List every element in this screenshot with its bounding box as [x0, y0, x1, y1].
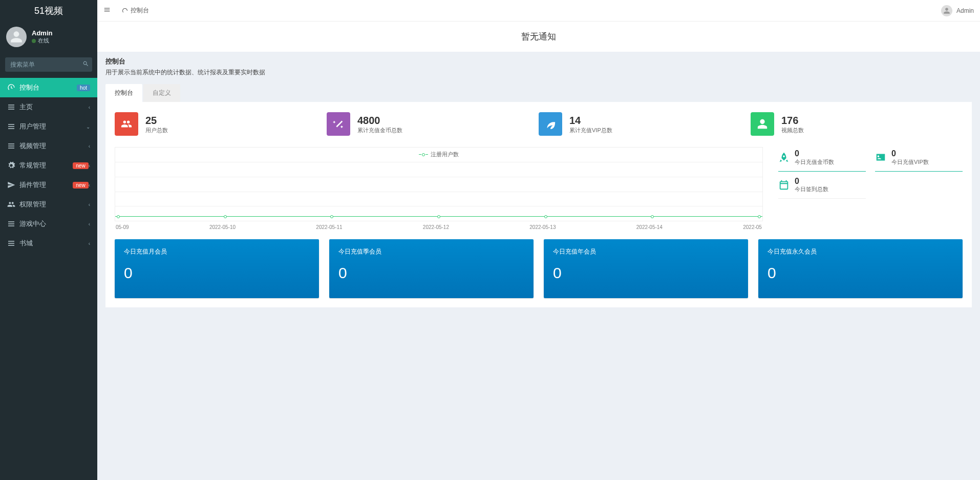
sidebar-item-permissions[interactable]: 权限管理 ‹ — [0, 195, 97, 214]
sidebar-item-users[interactable]: 用户管理 ⌄ — [0, 117, 97, 136]
topbar: 控制台 Admin — [97, 0, 980, 22]
stat-card-users: 25用户总数 — [115, 112, 327, 136]
sidebar-item-games[interactable]: 游戏中心 ‹ — [0, 214, 97, 234]
stat-card-vip: 14累计充值VIP总数 — [539, 112, 751, 136]
search-icon — [82, 60, 89, 67]
user-icon — [943, 7, 950, 14]
user-panel: Admin 在线 — [0, 22, 97, 52]
sidebar-search — [5, 57, 92, 72]
list-icon — [7, 122, 15, 131]
page-title: 控制台 — [105, 57, 972, 66]
badge-hot: hot — [77, 85, 90, 91]
top-username[interactable]: Admin — [956, 7, 974, 14]
chart-legend: 注册用户数 — [419, 151, 459, 158]
breadcrumb-tab[interactable]: 控制台 — [118, 4, 153, 17]
calendar-icon — [778, 179, 790, 191]
status-dot-icon — [32, 39, 36, 43]
dashboard-icon — [122, 8, 128, 14]
chart-area: 注册用户数 — [115, 147, 763, 230]
main: 控制台 Admin 暂无通知 控制台 用于展示当前系统中的统计数据、统计报表及重… — [97, 0, 980, 318]
blue-card-month: 今日充值月会员 0 — [115, 239, 319, 298]
chevron-left-icon: ‹ — [89, 105, 90, 110]
sidebar-item-general[interactable]: 常规管理 new ‹ — [0, 156, 97, 175]
sidebar-item-video[interactable]: 视频管理 ‹ — [0, 136, 97, 156]
hamburger-button[interactable] — [103, 6, 111, 15]
badge-new: new — [73, 182, 88, 189]
avatar[interactable] — [941, 5, 952, 16]
sidebar-item-plugins[interactable]: 插件管理 new ‹ — [0, 175, 97, 195]
chevron-left-icon: ‹ — [89, 163, 90, 169]
idcard-icon — [875, 152, 886, 163]
plane-icon — [7, 181, 15, 189]
badge-new: new — [73, 162, 88, 169]
blue-card-season: 今日充值季会员 0 — [329, 239, 534, 298]
list-icon — [7, 142, 15, 150]
leaf-icon — [539, 112, 562, 136]
blue-card-forever: 今日充值永久会员 0 — [758, 239, 963, 298]
page-description: 控制台 用于展示当前系统中的统计数据、统计报表及重要实时数据 — [97, 52, 980, 84]
app-logo: 51视频 — [0, 0, 97, 22]
tab-custom[interactable]: 自定义 — [143, 84, 180, 102]
avatar — [6, 27, 27, 47]
chart-xaxis: 05-09 2022-05-10 2022-05-11 2022-05-12 2… — [115, 224, 763, 230]
search-input[interactable] — [5, 57, 92, 72]
sidebar-item-dashboard[interactable]: 控制台 hot — [0, 78, 97, 97]
chevron-left-icon: ‹ — [89, 241, 90, 246]
legend-dot-icon — [422, 153, 425, 156]
dashboard-icon — [7, 84, 15, 92]
list-icon — [7, 220, 15, 228]
cogs-icon — [7, 161, 15, 170]
sidebar-nav: 控制台 hot 主页 ‹ 用户管理 ⌄ 视频管理 ‹ 常规管理 new ‹ 插件… — [0, 78, 97, 253]
tab-dashboard[interactable]: 控制台 — [105, 84, 142, 102]
chart-stats-row: 注册用户数 — [115, 147, 963, 230]
chevron-left-icon: ‹ — [89, 202, 90, 207]
notice-bar: 暂无通知 — [97, 22, 980, 52]
sidebar-item-home[interactable]: 主页 ‹ — [0, 97, 97, 117]
tabs: 控制台 自定义 — [105, 84, 972, 102]
blue-cards-row: 今日充值月会员 0 今日充值季会员 0 今日充值年会员 0 今日充值永久会员 0 — [115, 239, 963, 298]
users-icon — [115, 112, 138, 136]
users-icon — [7, 200, 15, 208]
side-stat-vip: 0今日充值VIP数 — [875, 147, 963, 172]
rocket-icon — [778, 152, 790, 163]
user-icon — [751, 112, 774, 136]
search-button[interactable] — [82, 60, 89, 69]
blue-card-year: 今日充值年会员 0 — [544, 239, 748, 298]
stat-card-coins: 4800累计充值金币总数 — [327, 112, 539, 136]
user-status: 在线 — [32, 37, 52, 45]
page-subtitle: 用于展示当前系统中的统计数据、统计报表及重要实时数据 — [105, 68, 972, 77]
magic-icon — [327, 112, 350, 136]
content: 暂无通知 控制台 用于展示当前系统中的统计数据、统计报表及重要实时数据 控制台 … — [97, 22, 980, 318]
sidebar: 51视频 Admin 在线 控制台 hot 主页 ‹ — [0, 0, 97, 318]
menu-icon — [103, 6, 111, 13]
side-stats: 0今日充值金币数 0今日充值VIP数 0今日签到总数 — [778, 147, 963, 230]
list-icon — [7, 103, 15, 111]
side-stat-coins: 0今日充值金币数 — [778, 147, 866, 172]
tab-panel: 25用户总数 4800累计充值金币总数 14累计充值VIP总数 176视频总数 — [105, 102, 972, 307]
sidebar-item-books[interactable]: 书城 ‹ — [0, 234, 97, 253]
chart: 注册用户数 — [115, 147, 763, 221]
chevron-left-icon: ‹ — [89, 221, 90, 227]
user-name: Admin — [32, 29, 52, 37]
chevron-left-icon: ‹ — [89, 182, 90, 188]
list-icon — [7, 239, 15, 247]
chevron-down-icon: ⌄ — [86, 124, 90, 130]
chevron-left-icon: ‹ — [89, 143, 90, 149]
side-stat-signin: 0今日签到总数 — [778, 175, 866, 199]
stat-card-videos: 176视频总数 — [751, 112, 963, 136]
stats-row: 25用户总数 4800累计充值金币总数 14累计充值VIP总数 176视频总数 — [115, 112, 963, 136]
